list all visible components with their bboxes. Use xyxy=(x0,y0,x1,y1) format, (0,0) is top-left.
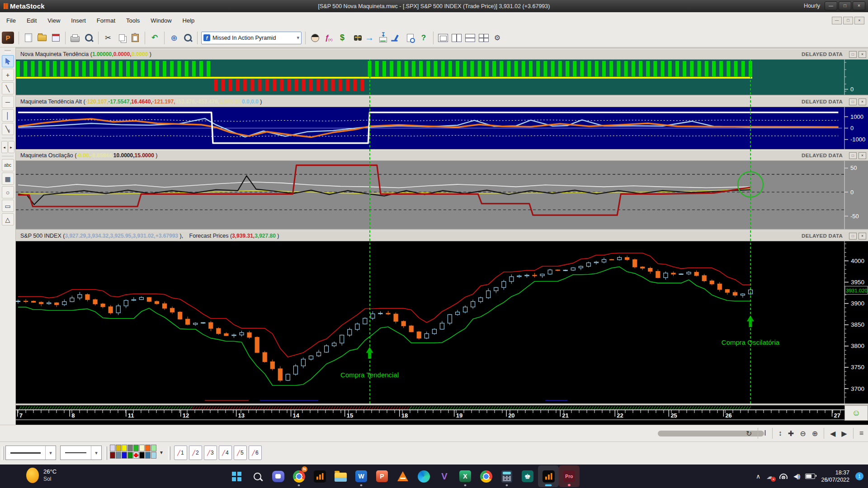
taskbar-chat[interactable] xyxy=(268,465,288,487)
grid-tool[interactable]: ▦ xyxy=(2,173,14,185)
taskbar-explorer[interactable] xyxy=(330,465,351,487)
maximize-pane-button-p3[interactable]: □ xyxy=(849,152,857,159)
zoom-button[interactable] xyxy=(182,32,193,44)
color-swatch[interactable] xyxy=(139,452,145,459)
taskbar-search[interactable] xyxy=(247,465,268,487)
mdi-restore-button[interactable]: □ xyxy=(843,17,853,24)
minimize-button[interactable]: — xyxy=(825,1,837,10)
options-button[interactable]: ⚙ xyxy=(491,32,503,44)
ellipse-tool[interactable]: ○ xyxy=(2,186,14,198)
favorite-chart-5[interactable]: ╱5 xyxy=(234,446,247,460)
color-swatch[interactable] xyxy=(110,445,115,451)
menu-window[interactable]: Window xyxy=(146,15,176,26)
copy-button[interactable] xyxy=(116,32,127,44)
close-pane-button-p1[interactable]: × xyxy=(859,51,866,58)
save-button[interactable] xyxy=(50,32,61,44)
close-button[interactable]: × xyxy=(853,1,865,10)
line-style-dropdown[interactable]: ▾ xyxy=(5,446,56,460)
taskbar-pro[interactable]: Pro xyxy=(559,465,580,487)
menu-view[interactable]: View xyxy=(43,15,65,26)
forecaster-button[interactable]: → xyxy=(363,32,375,44)
menu-insert[interactable]: Insert xyxy=(66,15,90,26)
print-preview-button[interactable] xyxy=(83,32,94,44)
taskbar-chrome2[interactable] xyxy=(476,465,496,487)
taskbar-visual-studio[interactable]: V xyxy=(434,465,455,487)
panel-plot-p4[interactable]: Compra TendencialCompra Oscilatória40003… xyxy=(16,241,868,404)
page-prev-button[interactable]: ◀ xyxy=(830,429,835,438)
color-swatch[interactable] xyxy=(145,452,151,459)
crosshair-button[interactable]: ⊕ xyxy=(168,32,180,44)
taskbar-metastock[interactable] xyxy=(309,465,330,487)
favorite-chart-1[interactable]: ╱1 xyxy=(174,446,187,460)
taskbar-metastock-active[interactable] xyxy=(538,465,559,487)
tile-quad-button[interactable] xyxy=(478,32,490,44)
mdi-close-button[interactable]: × xyxy=(854,17,864,24)
rectangle-tool[interactable]: ▭ xyxy=(2,200,14,212)
maximize-pane-button-p4[interactable]: □ xyxy=(849,233,857,239)
panel-plot-p1[interactable]: 0 xyxy=(16,60,868,95)
tile-horizontal-button[interactable] xyxy=(464,32,476,44)
menu-help[interactable]: Help xyxy=(178,15,199,26)
taskbar-start[interactable] xyxy=(226,465,247,487)
taskbar-clock[interactable]: 18:37 26/07/2022 xyxy=(821,469,849,484)
dollar-button[interactable]: $ xyxy=(336,32,348,44)
paste-button[interactable] xyxy=(129,32,141,44)
volume-icon[interactable]: ◀))) xyxy=(793,473,799,479)
help-pointer-button[interactable]: ? xyxy=(418,32,429,44)
toolbar-grip[interactable] xyxy=(105,446,107,460)
explorer-button[interactable] xyxy=(350,32,362,44)
menu-format[interactable]: Format xyxy=(92,15,120,26)
vertical-line-tool[interactable]: │ xyxy=(2,109,14,122)
onedrive-icon[interactable]: ☁× xyxy=(766,472,774,481)
downloader-button[interactable] xyxy=(377,32,389,44)
color-swatch[interactable] xyxy=(133,445,139,451)
close-pane-button-p3[interactable]: × xyxy=(859,152,866,159)
mdi-minimize-button[interactable]: — xyxy=(832,17,842,24)
tile-vertical-button[interactable] xyxy=(451,32,462,44)
panel-plot-p3[interactable]: 500-50 xyxy=(16,161,868,229)
color-swatch[interactable] xyxy=(110,452,115,459)
horizontal-line-tool[interactable]: ─ xyxy=(2,96,14,108)
taskbar-chess[interactable]: ♚ xyxy=(517,465,538,487)
pointer-tool[interactable] xyxy=(2,55,14,67)
taskbar-edge[interactable] xyxy=(413,465,434,487)
regression-tool[interactable]: ╲S xyxy=(2,123,14,135)
scan-report-button[interactable] xyxy=(404,32,416,44)
text-tool[interactable]: abc xyxy=(2,159,14,171)
print-button[interactable] xyxy=(69,32,81,44)
menu-edit[interactable]: Edit xyxy=(22,15,41,26)
maximize-button[interactable]: □ xyxy=(839,1,851,10)
new-chart-button[interactable] xyxy=(23,32,34,44)
zoom-out-button[interactable]: ⊖ xyxy=(800,429,806,438)
triangle-tool[interactable]: △ xyxy=(2,213,14,225)
scroll-right[interactable]: ▸ xyxy=(8,141,14,153)
cut-button[interactable]: ✂ xyxy=(102,32,114,44)
crosshair-tool[interactable]: + xyxy=(2,69,14,81)
maximize-pane-button-p2[interactable]: □ xyxy=(849,99,857,105)
color-swatch[interactable] xyxy=(127,452,133,459)
menu-file[interactable]: File xyxy=(2,15,20,26)
taskbar-vlc[interactable] xyxy=(392,465,413,487)
favorite-chart-4[interactable]: ╱4 xyxy=(219,446,232,460)
power-console-button[interactable]: P xyxy=(2,32,14,44)
favorite-chart-3[interactable]: ╱3 xyxy=(204,446,217,460)
toolbar-grip[interactable] xyxy=(168,446,170,460)
color-swatch[interactable] xyxy=(116,445,121,451)
expert-dropdown[interactable]: fMissed In Action Pyramid▾ xyxy=(201,32,302,44)
color-swatch[interactable] xyxy=(122,445,127,451)
system-tester-button[interactable] xyxy=(391,32,402,44)
taskbar-word[interactable]: W xyxy=(351,465,372,487)
cascade-button[interactable] xyxy=(437,32,449,44)
close-pane-button-p4[interactable]: × xyxy=(859,233,866,239)
color-swatch[interactable] xyxy=(151,452,156,459)
move-chart-button[interactable]: ✚ xyxy=(788,429,794,438)
taskbar-powerpoint[interactable]: P xyxy=(372,465,392,487)
data-window-button[interactable]: ≡ xyxy=(859,429,863,437)
vertical-scale-button[interactable]: ↕ xyxy=(778,429,782,437)
taskbar-chrome[interactable]: N xyxy=(288,465,309,487)
toolbar-grip[interactable] xyxy=(2,446,4,460)
line-weight-dropdown[interactable]: ▾ xyxy=(60,446,102,460)
color-swatch[interactable] xyxy=(122,452,127,459)
taskbar-calculator[interactable] xyxy=(496,465,517,487)
crosshair-mode-button[interactable]: I xyxy=(764,429,766,437)
